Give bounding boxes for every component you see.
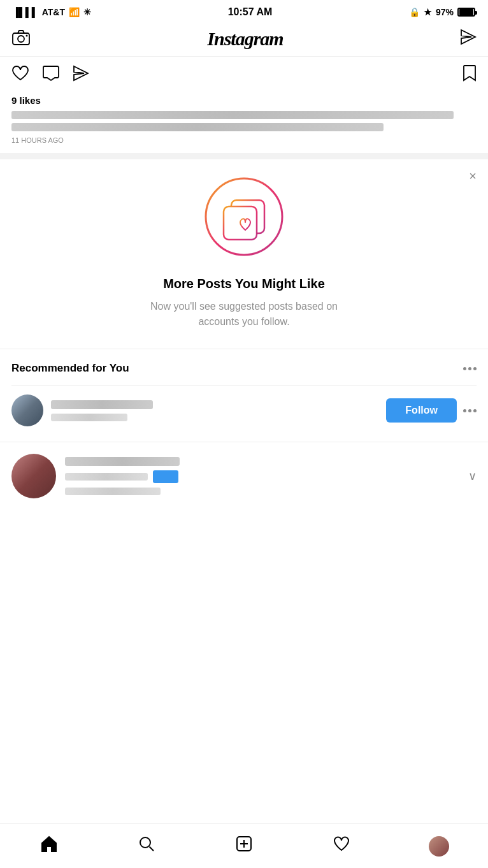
status-time: 10:57 AM: [228, 6, 273, 18]
follow-button-1[interactable]: Follow: [386, 398, 457, 423]
bluetooth-icon: ★: [424, 7, 432, 17]
user-info-2: [65, 457, 180, 495]
svg-point-2: [26, 34, 28, 36]
lock-icon: 🔒: [409, 7, 420, 17]
send-icon[interactable]: [460, 29, 477, 49]
save-icon[interactable]: [463, 64, 477, 85]
user-more-options-1[interactable]: [463, 409, 477, 412]
signal-icon: ▐▌▌▌: [13, 7, 38, 17]
close-button[interactable]: ×: [469, 170, 477, 182]
comment-icon[interactable]: [42, 65, 60, 84]
nav-activity[interactable]: [293, 824, 391, 868]
search-icon: [138, 835, 155, 857]
recommended-user-row-1: Follow: [11, 394, 477, 435]
dot-1: [463, 367, 466, 370]
chevron-down-icon[interactable]: ∨: [468, 469, 477, 483]
post-timestamp: 11 HOURS AGO: [11, 136, 477, 144]
recommended-section: Recommended for You Follow: [0, 349, 488, 442]
action-bar: [0, 57, 488, 92]
avatar-image-1: [11, 394, 43, 426]
user-tag-blurred-2: [153, 470, 178, 483]
bottom-nav: [0, 823, 488, 868]
recommended-user-row-2: ∨: [0, 442, 488, 510]
like-icon[interactable]: [11, 65, 29, 84]
nav-add[interactable]: [195, 824, 292, 868]
camera-icon[interactable]: [11, 29, 31, 50]
svg-point-1: [18, 36, 24, 42]
recommended-title: Recommended for You: [11, 362, 129, 375]
user-handle-blurred-2: [65, 473, 148, 481]
wifi-icon: 📶: [69, 7, 80, 17]
nav-search[interactable]: [97, 824, 195, 868]
dot-3: [473, 367, 477, 370]
share-icon[interactable]: [73, 65, 89, 84]
caption-line-1: [11, 111, 454, 119]
user-name-blurred-2: [65, 457, 180, 466]
more-posts-icon: [199, 172, 289, 261]
home-icon: [40, 835, 58, 857]
user-name-blurred-1: [51, 400, 153, 409]
user-avatar-2[interactable]: [11, 454, 56, 498]
app-logo: Instagram: [207, 28, 283, 50]
add-icon: [235, 835, 253, 857]
svg-line-7: [149, 847, 154, 851]
caption-line-2: [11, 123, 384, 131]
status-left: ▐▌▌▌ AT&T 📶 ✳: [13, 7, 91, 17]
bottom-spacer: [0, 510, 488, 561]
user-row-right-1: Follow: [386, 398, 477, 423]
more-options-button[interactable]: [463, 367, 477, 370]
likes-count: 9 likes: [11, 95, 477, 106]
avatar-image-2: [11, 454, 56, 498]
profile-avatar: [429, 836, 449, 857]
battery-icon: [457, 8, 475, 17]
recommended-header: Recommended for You: [11, 362, 477, 375]
user-row-left-2: [11, 454, 180, 498]
carrier-label: AT&T: [42, 7, 65, 17]
nav-profile[interactable]: [391, 824, 488, 868]
action-bar-left: [11, 65, 89, 84]
more-posts-card: × More Posts You Might Like Now you'll s…: [0, 159, 488, 349]
nav-home[interactable]: [0, 824, 97, 868]
user-avatar-1[interactable]: [11, 394, 43, 426]
activity-icon: ✳: [83, 7, 91, 17]
user-handle-blurred-3: [65, 488, 161, 495]
more-posts-subtitle: Now you'll see suggested posts based on …: [136, 299, 352, 329]
svg-point-6: [140, 837, 150, 848]
battery-percent: 97%: [436, 7, 454, 17]
app-header: Instagram: [0, 22, 488, 57]
dot-2: [468, 367, 471, 370]
heart-icon: [333, 835, 350, 857]
post-info: 9 likes 11 HOURS AGO: [0, 92, 488, 153]
status-right: 🔒 ★ 97%: [409, 7, 475, 17]
section-divider: [0, 153, 488, 159]
user-handle-blurred-1: [51, 414, 127, 421]
status-bar: ▐▌▌▌ AT&T 📶 ✳ 10:57 AM 🔒 ★ 97%: [0, 0, 488, 22]
user-row-divider: [11, 385, 477, 386]
user-handle-line-2: [65, 470, 180, 483]
user-info-1: [51, 400, 153, 421]
user-row-left-1: [11, 394, 153, 426]
more-posts-title: More Posts You Might Like: [11, 277, 477, 291]
